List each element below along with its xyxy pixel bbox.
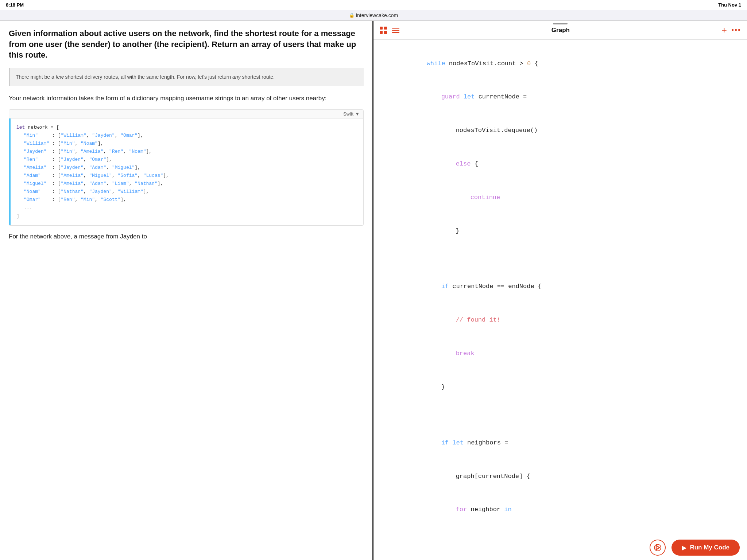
code-editor-line: } [382, 370, 738, 404]
svg-rect-0 [380, 27, 383, 30]
article-paragraph2: For the network above, a message from Ja… [9, 232, 364, 241]
browser-url: interviewcake.com [356, 12, 398, 18]
code-line: "Min" : ["William", "Jayden", "Omar"], [16, 132, 357, 140]
topbar-icons-right: + ••• [721, 24, 741, 36]
status-bar: 8:18 PM Thu Nov 1 [0, 0, 747, 10]
add-icon[interactable]: + [721, 24, 727, 36]
code-editor-line: else { [382, 147, 738, 181]
code-line: "Ren" : ["Jayden", "Omar"], [16, 156, 357, 164]
code-editor-line [382, 415, 738, 427]
grid-icon[interactable] [379, 26, 387, 34]
lang-selector[interactable]: Swift ▼ [343, 111, 360, 117]
code-block-header: Swift ▼ [9, 110, 363, 118]
code-line: "Omar" : ["Ren", "Min", "Scott"], [16, 196, 357, 204]
left-panel: Given information about active users on … [0, 21, 374, 560]
list-icon[interactable] [392, 26, 400, 34]
code-line: ] [16, 212, 357, 220]
svg-rect-1 [384, 27, 387, 30]
code-line: let network = [ [16, 124, 357, 132]
run-bar: ▶ Run My Code [374, 535, 747, 560]
code-editor-line: while nodesToVisit.count > 0 { [382, 47, 738, 81]
code-editor-line: neighbors { [382, 527, 738, 535]
code-editor-line: } [382, 214, 738, 248]
callout-box: There might be a few shortest delivery r… [9, 68, 364, 86]
callout-italic1: few [56, 74, 64, 80]
code-editor-line [382, 404, 738, 415]
article-paragraph1: Your network information takes the form … [9, 93, 364, 103]
code-editor-line: if currentNode == endNode { [382, 270, 738, 304]
editor-topbar: Graph + ••• [374, 21, 747, 40]
callout-italic2: any [232, 74, 241, 80]
main-layout: Given information about active users on … [0, 21, 747, 560]
right-panel: Graph + ••• while nodesToVisit.count > 0… [374, 21, 747, 560]
drag-indicator [553, 23, 568, 24]
run-button-label: Run My Code [690, 544, 729, 551]
svg-rect-4 [392, 28, 399, 29]
play-icon: ▶ [682, 544, 686, 551]
svg-rect-3 [384, 31, 387, 34]
code-line: "Noam" : ["Nathan", "Jayden", "William"]… [16, 188, 357, 196]
code-editor-line: // found it! [382, 304, 738, 337]
code-line: "William" : ["Min", "Noam"], [16, 140, 357, 148]
svg-point-7 [654, 544, 661, 551]
editor-title: Graph [406, 27, 716, 34]
code-editor-line: break [382, 337, 738, 370]
code-editor-line: graph[currentNode] { [382, 460, 738, 493]
callout-text-after: shortest route. [241, 74, 275, 80]
code-editor-line [382, 259, 738, 270]
run-my-code-button[interactable]: ▶ Run My Code [671, 540, 740, 556]
code-editor-line: for neighbor in [382, 493, 738, 527]
editor-area[interactable]: while nodesToVisit.count > 0 { guard let… [374, 40, 747, 535]
svg-rect-5 [392, 30, 399, 31]
callout-text-before: There might be a [16, 74, 56, 80]
code-line: "Jayden" : ["Min", "Amelia", "Ren", "Noa… [16, 148, 357, 156]
status-date: Thu Nov 1 [718, 2, 741, 8]
article-title: Given information about active users on … [9, 28, 364, 61]
code-block-body: let network = [ "Min" : ["William", "Jay… [9, 118, 363, 225]
chevron-down-icon: ▼ [355, 111, 360, 117]
svg-rect-2 [380, 31, 383, 34]
svg-rect-6 [392, 32, 399, 33]
code-editor-line: continue [382, 181, 738, 214]
code-line: "Amelia" : ["Jayden", "Adam", "Miguel"], [16, 164, 357, 172]
code-line: "Miguel" : ["Amelia", "Adam", "Liam", "N… [16, 180, 357, 188]
code-editor-line: guard let currentNode = [382, 81, 738, 114]
code-line: ... [16, 204, 357, 212]
run-indicator-button[interactable] [650, 540, 666, 556]
code-editor-line: nodesToVisit.dequeue() [382, 114, 738, 148]
lock-icon: 🔒 [349, 13, 355, 18]
code-editor-line [382, 248, 738, 259]
lang-label: Swift [343, 111, 353, 117]
code-line: "Adam" : ["Amelia", "Miguel", "Sofia", "… [16, 172, 357, 180]
browser-bar: 🔒 interviewcake.com [0, 10, 747, 21]
topbar-icons-left [379, 26, 400, 34]
callout-text-mid: shortest delivery routes, all with the s… [64, 74, 233, 80]
status-time: 8:18 PM [6, 2, 24, 8]
code-editor-line: if let neighbors = [382, 426, 738, 460]
code-block: Swift ▼ let network = [ "Min" : ["Willia… [9, 109, 364, 226]
more-icon[interactable]: ••• [731, 26, 741, 34]
